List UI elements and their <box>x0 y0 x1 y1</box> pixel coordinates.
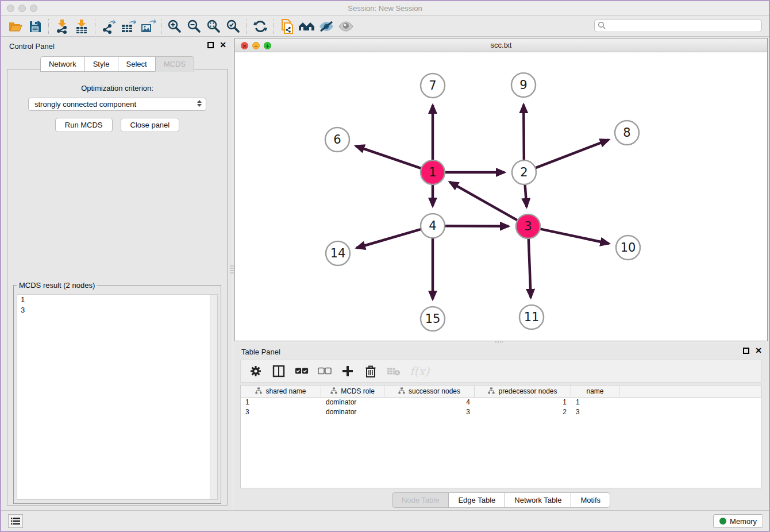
edge-3-10[interactable] <box>540 229 609 244</box>
network-window-title: scc.txt <box>235 41 767 49</box>
tab-node-table[interactable]: Node Table <box>392 492 449 508</box>
table-cell[interactable]: 1 <box>475 398 571 407</box>
tab-network-table[interactable]: Network Table <box>505 492 571 508</box>
table-cell[interactable]: 3 <box>571 407 619 417</box>
main-toolbar <box>1 16 769 37</box>
node-8[interactable]: 8 <box>615 121 639 145</box>
toggle-panes-icon[interactable] <box>272 364 286 378</box>
memory-status-icon <box>719 518 726 525</box>
criterion-select[interactable]: strongly connected component <box>28 98 206 111</box>
node-6[interactable]: 6 <box>325 128 349 152</box>
column-header-MCDS-role[interactable]: MCDS role <box>321 385 384 397</box>
node-3[interactable]: 3 <box>516 214 540 238</box>
mcds-result-list[interactable]: 13 <box>17 294 218 500</box>
edge-3-1[interactable] <box>450 182 518 221</box>
zoom-fit-icon[interactable] <box>204 18 224 35</box>
column-header-shared-name[interactable]: shared name <box>241 385 321 397</box>
edge-2-3[interactable] <box>525 184 527 207</box>
edge-2-8[interactable] <box>536 140 609 168</box>
result-scrollbar[interactable] <box>210 295 217 499</box>
node-1[interactable]: 1 <box>421 160 445 184</box>
memory-button[interactable]: Memory <box>713 514 763 528</box>
open-session-icon[interactable] <box>6 18 25 35</box>
import-table-icon[interactable] <box>72 18 91 35</box>
edge-4-14[interactable] <box>357 229 421 248</box>
export-network-icon[interactable] <box>99 18 118 35</box>
node-label: 15 <box>425 312 441 326</box>
edge-1-6[interactable] <box>356 146 421 168</box>
result-value[interactable]: 1 <box>17 295 217 305</box>
node-14[interactable]: 14 <box>326 241 350 265</box>
hide-selected-icon[interactable] <box>317 18 336 35</box>
toolbar-separator <box>95 19 95 34</box>
export-table-icon[interactable] <box>118 18 138 35</box>
save-session-icon[interactable] <box>25 18 45 35</box>
function-builder-icon[interactable]: f(x) <box>410 364 429 378</box>
export-image-icon[interactable] <box>138 18 157 35</box>
close-table-panel-icon[interactable]: ✕ <box>755 348 762 354</box>
node-label: 14 <box>330 246 346 260</box>
add-column-icon[interactable] <box>341 364 355 378</box>
edge-4-3[interactable] <box>445 226 509 226</box>
import-network-icon[interactable] <box>52 18 72 35</box>
table-cell[interactable]: dominator <box>321 407 384 417</box>
tab-style[interactable]: Style <box>84 56 118 72</box>
table-settings-icon[interactable] <box>249 364 263 378</box>
show-all-icon[interactable] <box>336 18 356 35</box>
float-table-panel-icon[interactable] <box>743 348 749 354</box>
search-input[interactable] <box>594 19 762 32</box>
node-label: 7 <box>429 79 436 92</box>
zoom-out-icon[interactable] <box>184 18 204 35</box>
node-9[interactable]: 9 <box>511 73 536 97</box>
status-bar: Memory <box>1 510 769 531</box>
toolbar-separator <box>274 19 274 34</box>
table-cell[interactable]: 3 <box>384 407 475 417</box>
edge-2-9[interactable] <box>523 105 524 160</box>
list-icon <box>11 517 20 525</box>
table-cell[interactable]: 1 <box>571 398 619 407</box>
float-panel-icon[interactable] <box>207 42 214 48</box>
run-mcds-button[interactable]: Run MCDS <box>55 118 113 132</box>
zoom-in-icon[interactable] <box>165 18 184 35</box>
close-panel-button[interactable]: Close panel <box>121 118 180 132</box>
clone-network-icon[interactable] <box>278 18 297 35</box>
zoom-selected-icon[interactable] <box>224 18 243 35</box>
node-11[interactable]: 11 <box>519 305 544 329</box>
table-row[interactable]: 3dominator323 <box>241 407 761 417</box>
table-cell[interactable]: 2 <box>475 407 571 417</box>
criterion-selected-value: strongly connected component <box>34 100 136 109</box>
network-canvas[interactable]: 7968124314101511 <box>235 52 767 341</box>
refresh-layout-icon[interactable] <box>251 18 270 35</box>
result-value[interactable]: 3 <box>17 305 217 315</box>
node-label: 10 <box>621 241 636 255</box>
node-2[interactable]: 2 <box>512 160 536 184</box>
tab-select[interactable]: Select <box>118 56 155 72</box>
table-tabs: Node TableEdge TableNetwork TableMotifs <box>234 492 768 508</box>
table-cell[interactable]: 4 <box>384 398 475 407</box>
edge-3-11[interactable] <box>529 238 531 298</box>
first-neighbors-icon[interactable] <box>297 18 317 35</box>
node-4[interactable]: 4 <box>421 214 445 238</box>
table-row[interactable]: 1dominator411 <box>241 398 761 407</box>
hierarchy-icon <box>488 387 495 396</box>
table-cell[interactable]: 1 <box>241 398 321 407</box>
tab-motifs[interactable]: Motifs <box>571 492 610 508</box>
table-cell[interactable]: 3 <box>241 407 321 417</box>
deselect-all-icon[interactable] <box>318 364 332 378</box>
panel-divider-grip[interactable] <box>230 265 234 274</box>
table-cell[interactable]: dominator <box>321 398 384 407</box>
node-15[interactable]: 15 <box>421 307 445 331</box>
tab-network[interactable]: Network <box>40 56 84 72</box>
close-panel-icon[interactable]: ✕ <box>220 42 226 48</box>
select-all-icon[interactable] <box>295 364 309 378</box>
delete-table-icon[interactable] <box>387 364 401 378</box>
node-7[interactable]: 7 <box>421 74 445 98</box>
tab-mcds[interactable]: MCDS <box>155 56 194 72</box>
delete-column-icon[interactable] <box>364 364 378 378</box>
task-history-button[interactable] <box>8 514 23 528</box>
node-10[interactable]: 10 <box>616 236 640 260</box>
column-header-successor-nodes[interactable]: successor nodes <box>384 385 475 397</box>
column-header-name[interactable]: name <box>571 385 619 397</box>
tab-edge-table[interactable]: Edge Table <box>448 492 505 508</box>
column-header-predecessor-nodes[interactable]: predecessor nodes <box>475 385 571 397</box>
